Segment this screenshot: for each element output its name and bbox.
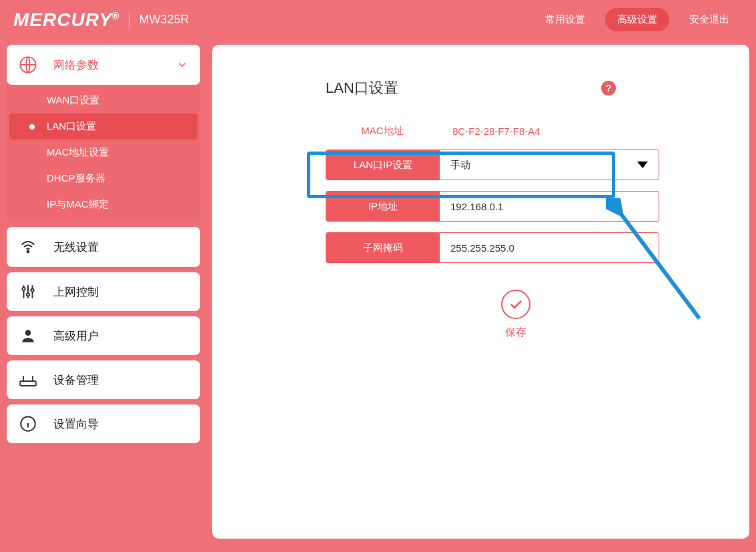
top-nav: 常用设置 高级设置 安全退出 [545, 8, 729, 31]
sidebar-item-wireless[interactable]: 无线设置 [7, 227, 200, 267]
page-title: LAN口设置 [326, 78, 398, 98]
globe-icon [19, 55, 37, 74]
submenu-dhcp[interactable]: DHCP服务器 [7, 166, 200, 192]
svg-point-5 [25, 330, 31, 336]
mac-value: 8C-F2-28-F7-F8-A4 [439, 125, 659, 137]
save-button[interactable] [501, 290, 530, 319]
mac-label: MAC地址 [326, 125, 439, 137]
submenu-ipmac[interactable]: IP与MAC绑定 [7, 192, 200, 218]
ip-input[interactable]: 192.168.0.1 [440, 192, 659, 221]
lan-ip-mode-label: LAN口IP设置 [326, 150, 440, 180]
submenu-network: WAN口设置 LAN口设置 MAC地址设置 DHCP服务器 IP与MAC绑定 [7, 85, 200, 222]
caret-down-icon [637, 162, 648, 168]
brand-logo: MERCURY® [13, 9, 119, 31]
svg-rect-6 [20, 381, 36, 386]
mask-field: 子网掩码 255.255.255.0 [326, 232, 659, 263]
mask-value: 255.255.255.0 [450, 242, 514, 254]
nav-common-settings[interactable]: 常用设置 [545, 13, 585, 26]
save-label: 保存 [372, 326, 659, 340]
svg-point-1 [27, 251, 29, 253]
ip-value: 192.168.0.1 [450, 201, 503, 212]
svg-point-2 [22, 288, 25, 290]
sidebar-label-wireless: 无线设置 [53, 240, 99, 255]
user-icon [19, 327, 37, 344]
lan-ip-mode-field: LAN口IP设置 手动 [326, 150, 659, 180]
sidebar: 网络参数 WAN口设置 LAN口设置 MAC地址设置 DHCP服务器 IP与MA… [7, 45, 200, 539]
nav-logout[interactable]: 安全退出 [689, 13, 729, 26]
lan-ip-mode-value: 手动 [450, 159, 470, 172]
sidebar-item-device[interactable]: 设备管理 [7, 360, 200, 399]
mask-label: 子网掩码 [326, 233, 440, 262]
separator [129, 12, 129, 28]
ip-label: IP地址 [326, 192, 440, 221]
lan-ip-mode-select[interactable]: 手动 [440, 150, 659, 180]
svg-point-4 [31, 289, 33, 292]
header: MERCURY® MW325R 常用设置 高级设置 安全退出 [0, 0, 756, 38]
submenu-wan[interactable]: WAN口设置 [7, 87, 200, 113]
sidebar-label-network: 网络参数 [53, 57, 99, 73]
sidebar-label-access: 上网控制 [53, 284, 99, 300]
help-icon[interactable]: ? [601, 81, 616, 95]
main-panel: LAN口设置 ? MAC地址 8C-F2-28-F7-F8-A4 LAN口IP设… [212, 45, 749, 539]
sidebar-label-device: 设备管理 [53, 372, 99, 388]
router-icon [19, 371, 37, 388]
sidebar-label-user: 高级用户 [53, 328, 99, 344]
svg-point-3 [27, 293, 29, 296]
form: MAC地址 8C-F2-28-F7-F8-A4 LAN口IP设置 手动 IP地址… [326, 125, 659, 340]
model-label: MW325R [139, 13, 189, 27]
sidebar-item-network[interactable]: 网络参数 [7, 45, 200, 85]
mac-row: MAC地址 8C-F2-28-F7-F8-A4 [326, 125, 659, 137]
sliders-icon [19, 283, 37, 300]
sidebar-item-user[interactable]: 高级用户 [7, 316, 200, 355]
submenu-lan[interactable]: LAN口设置 [9, 113, 198, 140]
sidebar-item-access[interactable]: 上网控制 [7, 272, 200, 311]
save-block: 保存 [372, 290, 659, 340]
mask-input[interactable]: 255.255.255.0 [440, 233, 659, 262]
chevron-down-icon [176, 59, 188, 71]
sidebar-item-wizard[interactable]: 设置向导 [7, 404, 200, 443]
nav-advanced-settings[interactable]: 高级设置 [605, 8, 669, 31]
submenu-mac[interactable]: MAC地址设置 [7, 140, 200, 166]
ip-field: IP地址 192.168.0.1 [326, 191, 659, 222]
wifi-icon [19, 238, 37, 256]
info-icon [19, 415, 37, 433]
sidebar-label-wizard: 设置向导 [53, 417, 99, 432]
